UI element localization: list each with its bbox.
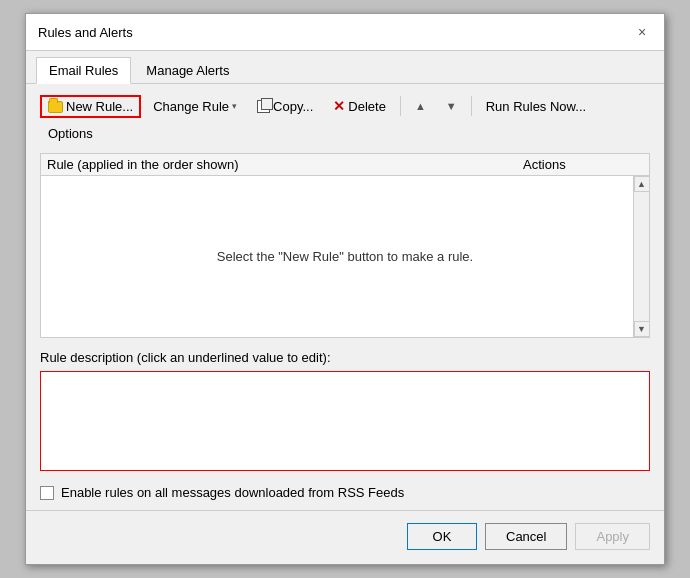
tab-manage-alerts[interactable]: Manage Alerts bbox=[133, 57, 242, 83]
tab-email-rules[interactable]: Email Rules bbox=[36, 57, 131, 84]
cancel-button[interactable]: Cancel bbox=[485, 523, 567, 550]
copy-icon bbox=[257, 100, 270, 113]
rules-table: Rule (applied in the order shown) Action… bbox=[40, 153, 650, 338]
folder-icon bbox=[48, 101, 63, 113]
rules-toolbar: New Rule... Change Rule ▾ Copy... ✕ Dele… bbox=[40, 94, 650, 145]
apply-button[interactable]: Apply bbox=[575, 523, 650, 550]
rules-table-body: Select the "New Rule" button to make a r… bbox=[41, 176, 649, 337]
delete-button[interactable]: ✕ Delete bbox=[325, 94, 394, 118]
options-button[interactable]: Options bbox=[40, 122, 101, 145]
column-header-rule: Rule (applied in the order shown) bbox=[47, 157, 523, 172]
rules-table-header: Rule (applied in the order shown) Action… bbox=[41, 154, 649, 176]
scroll-up-arrow[interactable]: ▲ bbox=[634, 176, 650, 192]
toolbar-separator-2 bbox=[471, 96, 472, 116]
empty-table-message: Select the "New Rule" button to make a r… bbox=[217, 249, 473, 264]
rss-feeds-checkbox[interactable] bbox=[40, 486, 54, 500]
arrow-down-icon: ▼ bbox=[446, 100, 457, 112]
rules-and-alerts-dialog: Rules and Alerts × Email Rules Manage Al… bbox=[25, 13, 665, 565]
move-down-button[interactable]: ▼ bbox=[438, 96, 465, 116]
rss-feeds-label: Enable rules on all messages downloaded … bbox=[61, 485, 404, 500]
tab-bar: Email Rules Manage Alerts bbox=[26, 51, 664, 84]
ok-button[interactable]: OK bbox=[407, 523, 477, 550]
footer-buttons: OK Cancel Apply bbox=[26, 510, 664, 564]
copy-button[interactable]: Copy... bbox=[249, 95, 321, 118]
column-header-actions: Actions bbox=[523, 157, 643, 172]
rule-description-label: Rule description (click an underlined va… bbox=[40, 350, 650, 365]
tab-content-email-rules: New Rule... Change Rule ▾ Copy... ✕ Dele… bbox=[26, 84, 664, 510]
delete-icon: ✕ bbox=[333, 98, 345, 114]
change-rule-dropdown-icon: ▾ bbox=[232, 101, 237, 111]
arrow-up-icon: ▲ bbox=[415, 100, 426, 112]
run-rules-button[interactable]: Run Rules Now... bbox=[478, 95, 594, 118]
rule-description-box[interactable] bbox=[40, 371, 650, 471]
scroll-down-arrow[interactable]: ▼ bbox=[634, 321, 650, 337]
title-bar: Rules and Alerts × bbox=[26, 14, 664, 51]
toolbar-separator-1 bbox=[400, 96, 401, 116]
dialog-title: Rules and Alerts bbox=[38, 25, 133, 40]
move-up-button[interactable]: ▲ bbox=[407, 96, 434, 116]
close-button[interactable]: × bbox=[632, 22, 652, 42]
scrollbar-right[interactable]: ▲ ▼ bbox=[633, 176, 649, 337]
rss-feeds-row: Enable rules on all messages downloaded … bbox=[40, 485, 650, 500]
new-rule-button[interactable]: New Rule... bbox=[40, 95, 141, 118]
change-rule-button[interactable]: Change Rule ▾ bbox=[145, 95, 245, 118]
